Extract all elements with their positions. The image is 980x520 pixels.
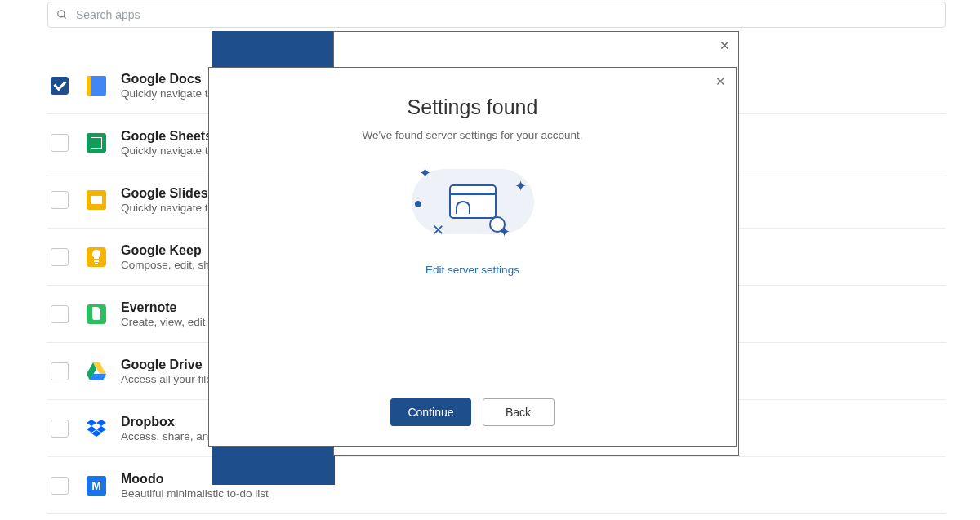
settings-found-modal: ✕ Settings found We've found server sett… — [208, 67, 737, 447]
app-checkbox[interactable] — [51, 191, 69, 209]
edit-server-settings-link[interactable]: Edit server settings — [425, 264, 519, 276]
app-checkbox[interactable] — [51, 362, 69, 380]
svg-line-1 — [64, 16, 66, 19]
sparkle-icon: ● — [414, 195, 423, 212]
sparkle-icon: ✦ — [498, 223, 510, 241]
search-icon — [56, 9, 68, 20]
app-icon — [87, 362, 106, 381]
app-checkbox[interactable] — [51, 248, 69, 266]
close-icon[interactable]: ✕ — [715, 74, 726, 89]
app-checkbox[interactable] — [51, 420, 69, 438]
close-icon[interactable]: ✕ — [719, 38, 730, 53]
app-checkbox[interactable] — [51, 305, 69, 323]
sparkle-icon: ✦ — [419, 164, 431, 182]
app-icon — [87, 190, 106, 210]
search-input[interactable] — [76, 8, 937, 21]
search-bar[interactable] — [47, 2, 946, 28]
sparkle-icon: ✦ — [514, 177, 527, 195]
app-icon — [87, 133, 106, 153]
app-checkbox[interactable] — [51, 134, 69, 152]
sparkle-icon: ✕ — [432, 221, 444, 239]
settings-illustration: ✦ ✦ ✕ ✦ ● — [408, 161, 538, 242]
app-checkbox[interactable] — [51, 77, 69, 95]
app-icon — [87, 304, 106, 324]
modal-subtitle: We've found server settings for your acc… — [362, 129, 582, 141]
app-icon — [87, 76, 106, 96]
modal-title: Settings found — [408, 96, 538, 119]
app-icon: M — [87, 476, 106, 496]
svg-marker-6 — [96, 420, 106, 426]
svg-point-0 — [58, 11, 65, 17]
app-checkbox[interactable] — [51, 477, 69, 495]
app-icon — [87, 247, 106, 267]
app-description: Beautiful minimalistic to-do list — [121, 487, 269, 500]
back-button[interactable]: Back — [483, 398, 555, 426]
svg-marker-5 — [87, 420, 96, 426]
app-row[interactable]: MMoodoBeautiful minimalistic to-do list — [47, 457, 946, 514]
continue-button[interactable]: Continue — [390, 398, 470, 426]
app-icon — [87, 419, 106, 438]
